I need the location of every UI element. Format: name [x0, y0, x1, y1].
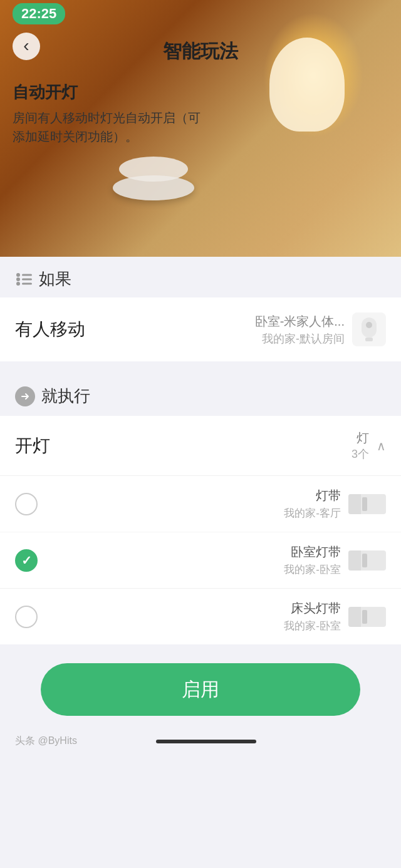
svg-rect-4 — [22, 278, 32, 280]
strip-icon-0 — [348, 494, 386, 514]
device-row-right-0: 灯带 我的家-客厅 — [284, 487, 386, 520]
device-name-0: 灯带 — [284, 487, 341, 504]
action-right: 灯 3个 ∧ — [352, 430, 386, 462]
condition-right: 卧室-米家人体... 我的家-默认房间 — [255, 313, 386, 346]
condition-device-name: 卧室-米家人体... — [255, 313, 345, 330]
hero-auto-title: 自动开灯 — [13, 81, 401, 103]
svg-rect-5 — [22, 282, 32, 284]
svg-point-1 — [16, 277, 20, 281]
device-row-0[interactable]: 灯带 我的家-客厅 — [0, 476, 401, 532]
device-location-1: 我的家-卧室 — [284, 562, 341, 577]
checkbox-2[interactable] — [15, 606, 38, 628]
footer-watermark: 头条 @ByHits — [15, 735, 77, 748]
enable-button[interactable]: 启用 — [41, 663, 360, 716]
lamp-count: 灯 3个 — [352, 430, 369, 462]
if-label: 如果 — [39, 268, 71, 290]
action-header-row[interactable]: 开灯 灯 3个 ∧ — [0, 416, 401, 476]
condition-device-icon — [352, 313, 386, 346]
then-label: 就执行 — [41, 385, 90, 407]
svg-point-2 — [16, 282, 20, 286]
hero-auto-desc: 房间有人移动时灯光自动开启（可添加延时关闭功能）。 — [13, 108, 200, 146]
hero-device — [113, 175, 194, 200]
enable-button-label: 启用 — [182, 677, 219, 703]
device-name-1: 卧室灯带 — [284, 544, 341, 561]
chevron-up-icon: ∧ — [377, 438, 386, 453]
device-name-2: 床头灯带 — [284, 600, 341, 617]
footer: 头条 @ByHits — [0, 728, 401, 760]
condition-label: 有人移动 — [15, 318, 85, 341]
checkbox-1[interactable] — [15, 549, 38, 572]
status-time: 22:25 — [13, 3, 65, 24]
action-section: 开灯 灯 3个 ∧ 灯带 我的家-客厅 卧室灯带 我的家 — [0, 416, 401, 644]
device-row-left-2 — [15, 606, 38, 628]
device-location-2: 我的家-卧室 — [284, 619, 341, 633]
strip-icon-1 — [348, 550, 386, 571]
divider-1 — [0, 361, 401, 371]
list-icon — [15, 271, 33, 288]
device-row-1[interactable]: 卧室灯带 我的家-卧室 — [0, 532, 401, 589]
condition-device-location: 我的家-默认房间 — [255, 331, 345, 346]
condition-device-info: 卧室-米家人体... 我的家-默认房间 — [255, 313, 345, 346]
action-label: 开灯 — [15, 434, 50, 458]
svg-rect-8 — [365, 338, 373, 341]
device-location-0: 我的家-客厅 — [284, 506, 341, 520]
condition-card: 有人移动 卧室-米家人体... 我的家-默认房间 — [0, 297, 401, 361]
device-info-1: 卧室灯带 我的家-卧室 — [284, 544, 341, 577]
svg-point-0 — [16, 273, 20, 277]
device-info-2: 床头灯带 我的家-卧室 — [284, 600, 341, 633]
device-row-right-2: 床头灯带 我的家-卧室 — [284, 600, 386, 633]
status-bar: 22:25 — [0, 0, 401, 28]
svg-rect-3 — [22, 274, 32, 276]
condition-row[interactable]: 有人移动 卧室-米家人体... 我的家-默认房间 — [0, 297, 401, 361]
svg-point-7 — [366, 322, 372, 328]
then-section-header: 就执行 — [0, 371, 401, 416]
page-title: 智能玩法 — [0, 39, 401, 65]
enable-section: 启用 — [0, 644, 401, 728]
if-section-header: 如果 — [0, 257, 401, 297]
lamp-device-count: 3个 — [352, 447, 369, 462]
home-indicator — [156, 740, 256, 743]
strip-icon-2 — [348, 607, 386, 627]
device-row-left-0 — [15, 493, 38, 515]
device-row-right-1: 卧室灯带 我的家-卧室 — [284, 544, 386, 577]
device-row-left-1 — [15, 549, 38, 572]
hero-text: 自动开灯 房间有人移动时灯光自动开启（可添加延时关闭功能）。 — [13, 81, 401, 146]
checkbox-0[interactable] — [15, 493, 38, 515]
then-left: 就执行 — [15, 385, 90, 407]
device-info-0: 灯带 我的家-客厅 — [284, 487, 341, 520]
arrow-right-icon — [15, 386, 35, 406]
device-row-2[interactable]: 床头灯带 我的家-卧室 — [0, 589, 401, 644]
lamp-device-name: 灯 — [352, 430, 369, 447]
